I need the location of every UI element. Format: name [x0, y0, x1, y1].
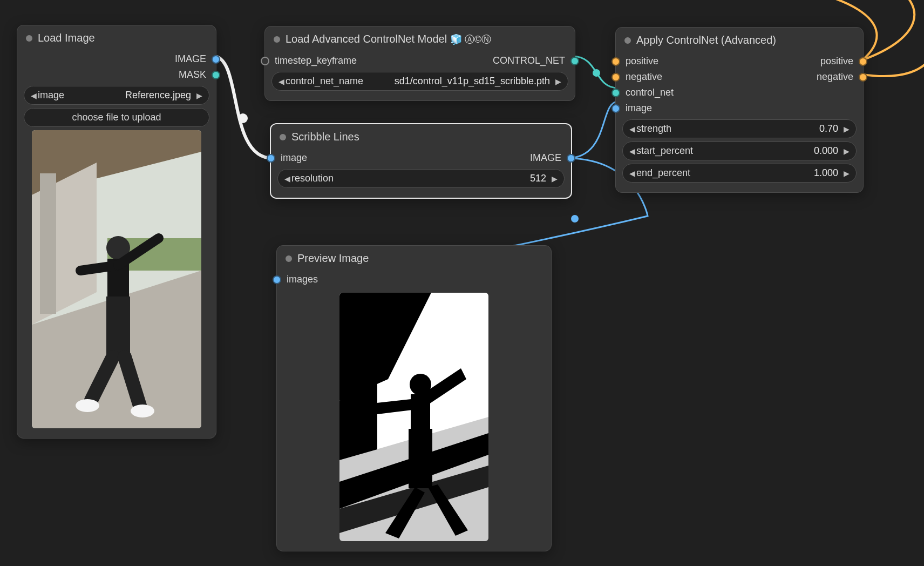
chevron-right-icon[interactable]: ▶ — [843, 169, 851, 178]
widget-label: start_percent — [636, 145, 693, 157]
button-label: choose file to upload — [72, 112, 161, 123]
port-image-out[interactable] — [212, 55, 220, 64]
io-row: timestep_keyframe CONTROL_NET — [265, 53, 575, 69]
node-load-image[interactable]: Load Image IMAGE MASK ◀ image Reference.… — [17, 25, 216, 439]
port-negative-out[interactable] — [859, 73, 867, 82]
svg-point-2 — [593, 69, 600, 77]
chevron-left-icon[interactable]: ◀ — [277, 77, 286, 86]
chevron-left-icon[interactable]: ◀ — [283, 174, 291, 183]
input-controlnet: control_net — [616, 85, 863, 100]
svg-point-16 — [76, 399, 99, 412]
widget-value: sd1/control_v11p_sd15_scribble.pth — [395, 76, 550, 87]
input-label: negative — [626, 71, 662, 83]
io-negative: negative negative — [616, 69, 863, 85]
image-selector[interactable]: ◀ image Reference.jpeg ▶ — [24, 86, 209, 105]
collapse-dot-icon[interactable] — [26, 35, 32, 42]
chevron-left-icon[interactable]: ◀ — [628, 169, 636, 178]
preview-output-image — [339, 293, 488, 541]
output-label: IMAGE — [175, 53, 206, 65]
widget-value: 1.000 — [814, 167, 838, 179]
port-negative-in[interactable] — [612, 73, 620, 82]
input-label: timestep_keyframe — [275, 55, 357, 66]
chevron-right-icon[interactable]: ▶ — [195, 91, 203, 100]
widget-value: 0.000 — [814, 145, 838, 157]
input-label: image — [281, 152, 307, 164]
resolution-widget[interactable]: ◀ resolution 512 ▶ — [277, 169, 565, 188]
end-percent-widget[interactable]: ◀ end_percent 1.000 ▶ — [622, 164, 857, 183]
svg-point-1 — [571, 215, 579, 223]
widget-label: control_net_name — [286, 76, 363, 87]
input-images: images — [277, 272, 551, 287]
scribble-preview — [339, 293, 488, 541]
node-header[interactable]: Load Image — [17, 25, 216, 51]
port-positive-out[interactable] — [859, 57, 867, 66]
strength-widget[interactable]: ◀ strength 0.70 ▶ — [622, 119, 857, 138]
chevron-right-icon[interactable]: ▶ — [554, 77, 562, 86]
port-controlnet-in[interactable] — [612, 89, 620, 97]
output-label: negative — [817, 71, 853, 83]
chevron-left-icon[interactable]: ◀ — [30, 91, 38, 100]
reference-image — [32, 130, 201, 428]
input-label: positive — [626, 56, 658, 67]
input-image: image — [616, 100, 863, 116]
collapse-dot-icon[interactable] — [286, 255, 292, 262]
node-title: Load Advanced ControlNet Model 🧊 Ⓐ©Ⓝ — [286, 33, 491, 46]
io-positive: positive positive — [616, 53, 863, 69]
input-label: images — [287, 274, 318, 285]
output-mask: MASK — [17, 67, 216, 83]
node-header[interactable]: Load Advanced ControlNet Model 🧊 Ⓐ©Ⓝ — [265, 26, 575, 53]
node-title: Preview Image — [297, 252, 369, 265]
port-image-out[interactable] — [567, 154, 575, 163]
controlnet-name-selector[interactable]: ◀ control_net_name sd1/control_v11p_sd15… — [271, 72, 568, 91]
widget-label: end_percent — [636, 167, 690, 179]
output-label: CONTROL_NET — [493, 55, 565, 66]
port-mask-out[interactable] — [212, 71, 220, 79]
port-images-in[interactable] — [273, 275, 281, 284]
output-label: IMAGE — [530, 152, 561, 164]
choose-file-button[interactable]: choose file to upload — [24, 108, 209, 127]
port-image-in[interactable] — [267, 154, 275, 163]
chevron-right-icon[interactable]: ▶ — [843, 125, 851, 133]
node-load-controlnet[interactable]: Load Advanced ControlNet Model 🧊 Ⓐ©Ⓝ tim… — [264, 26, 575, 101]
svg-line-12 — [80, 265, 118, 271]
collapse-dot-icon[interactable] — [274, 36, 280, 43]
input-label: image — [626, 103, 652, 114]
port-timestep-in[interactable] — [261, 57, 269, 65]
io-row: image IMAGE — [271, 150, 571, 166]
collapse-dot-icon[interactable] — [280, 134, 286, 140]
node-title: Load Image — [38, 32, 95, 44]
svg-point-17 — [131, 405, 154, 417]
widget-value: 512 — [530, 173, 546, 184]
port-image-in[interactable] — [612, 104, 620, 113]
chevron-right-icon[interactable]: ▶ — [843, 147, 851, 156]
node-preview-image[interactable]: Preview Image images — [276, 245, 552, 551]
widget-label: resolution — [291, 173, 334, 184]
node-apply-controlnet[interactable]: Apply ControlNet (Advanced) positive pos… — [615, 27, 864, 193]
node-header[interactable]: Apply ControlNet (Advanced) — [616, 28, 863, 53]
node-header[interactable]: Scribble Lines — [271, 124, 571, 150]
output-image: IMAGE — [17, 51, 216, 67]
node-title: Scribble Lines — [291, 131, 359, 143]
image-preview — [32, 130, 201, 428]
widget-label: strength — [636, 123, 671, 134]
output-label: MASK — [179, 69, 206, 80]
widget-value: Reference.jpeg — [125, 90, 191, 101]
output-label: positive — [820, 56, 853, 67]
widget-label: image — [38, 90, 64, 101]
svg-rect-6 — [40, 173, 56, 314]
collapse-dot-icon[interactable] — [624, 37, 631, 44]
chevron-right-icon[interactable]: ▶ — [551, 174, 559, 183]
chevron-left-icon[interactable]: ◀ — [628, 125, 636, 133]
widget-value: 0.70 — [819, 123, 838, 134]
svg-point-0 — [238, 113, 248, 123]
port-positive-in[interactable] — [612, 57, 620, 66]
chevron-left-icon[interactable]: ◀ — [628, 147, 636, 156]
input-label: control_net — [626, 87, 674, 98]
node-header[interactable]: Preview Image — [277, 246, 551, 272]
port-controlnet-out[interactable] — [570, 57, 579, 65]
start-percent-widget[interactable]: ◀ start_percent 0.000 ▶ — [622, 142, 857, 160]
node-scribble-lines[interactable]: Scribble Lines image IMAGE ◀ resolution … — [270, 123, 572, 199]
node-title: Apply ControlNet (Advanced) — [636, 34, 776, 46]
